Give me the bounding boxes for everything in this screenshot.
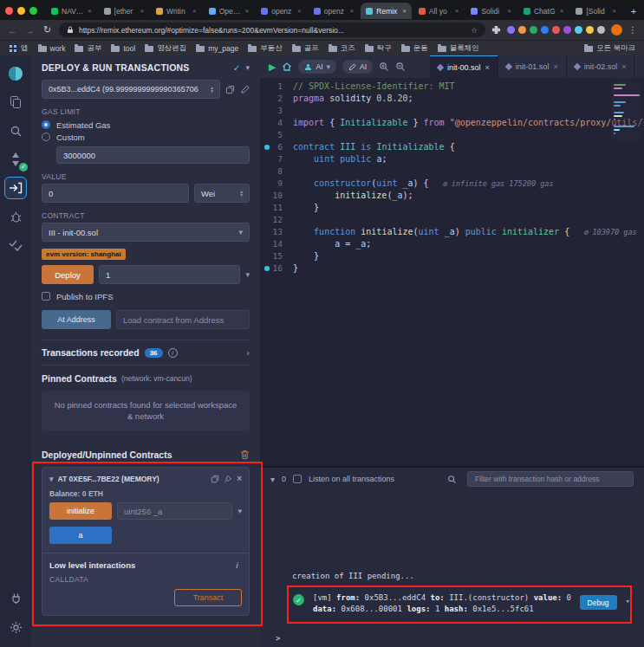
close-tab-icon[interactable]: × <box>140 7 144 15</box>
search-icon[interactable] <box>4 120 27 142</box>
window-controls[interactable] <box>5 7 37 15</box>
close-tab-icon[interactable]: × <box>245 7 250 15</box>
editor-decoration-dot[interactable] <box>264 145 270 150</box>
initialize-button[interactable]: initialize <box>49 502 112 520</box>
ai-edit-toggle[interactable]: AI <box>342 60 373 74</box>
deploy-arg-input[interactable] <box>99 265 240 284</box>
publish-ipfs-option[interactable]: Publish to IPFS <box>42 290 250 302</box>
deploy-run-icon[interactable] <box>4 177 27 199</box>
close-tab-icon[interactable]: × <box>192 7 197 15</box>
minimap[interactable] <box>612 81 641 140</box>
unit-testing-icon[interactable] <box>4 234 27 256</box>
collapse-contract-icon[interactable]: ▾ <box>49 475 54 483</box>
file-explorer-icon[interactable] <box>4 91 27 113</box>
value-unit-select[interactable]: Wei ▴▾ <box>194 184 250 203</box>
back-icon[interactable]: ← <box>7 25 18 36</box>
terminal-log[interactable]: creation of III pending... ✓ [vm] from: … <box>260 490 644 647</box>
extension-icon[interactable] <box>541 26 549 34</box>
extension-icon[interactable] <box>575 26 582 34</box>
value-input[interactable] <box>42 184 189 203</box>
close-tab-icon[interactable]: × <box>507 7 511 15</box>
deploy-expand-icon[interactable]: ▾ <box>245 270 250 279</box>
bookmark-item[interactable]: 골프 <box>292 43 319 54</box>
transactions-recorded-row[interactable]: Transactions recorded 36 i › <box>42 340 250 365</box>
extension-icon[interactable] <box>530 26 537 34</box>
account-select[interactable]: 0x5B3...eddC4 (99.9999999999990365706 ▴▾ <box>42 80 220 99</box>
bookmark-item[interactable]: tool <box>111 44 135 53</box>
copy-account-icon[interactable] <box>225 85 235 94</box>
listen-all-checkbox[interactable] <box>293 475 302 483</box>
debugger-icon[interactable] <box>4 205 27 228</box>
transact-button[interactable]: Transact <box>174 589 242 606</box>
run-script-icon[interactable]: ▶ <box>269 61 276 73</box>
code-editor[interactable]: 1// SPDX-License-Identifier: MIT2pragma … <box>260 78 644 466</box>
close-tab-icon[interactable]: × <box>485 63 490 72</box>
expand-transactions-icon[interactable]: › <box>246 347 250 358</box>
bookmark-item[interactable]: 운동 <box>401 43 428 54</box>
traffic-light[interactable] <box>29 7 37 15</box>
editor-tab[interactable]: init-00.sol× <box>430 55 498 78</box>
account-stepper[interactable]: ▴▾ <box>211 86 213 93</box>
expand-tx-icon[interactable]: ▾ <box>626 597 630 605</box>
edit-account-icon[interactable] <box>240 85 250 94</box>
ipfs-checkbox[interactable] <box>42 292 50 301</box>
estimated-gas-option[interactable]: Estimated Gas <box>42 119 250 131</box>
bookmark-item[interactable]: 앱 <box>9 43 29 54</box>
solidity-compiler-icon[interactable]: ✓ <box>4 148 27 171</box>
new-tab-button[interactable]: + <box>627 4 641 18</box>
editor-tab[interactable]: init-01.sol× <box>498 55 567 78</box>
close-tab-icon[interactable]: × <box>297 7 302 15</box>
initialize-arg-input[interactable] <box>117 502 232 520</box>
extensions-puzzle-icon[interactable] <box>491 25 501 35</box>
editor-decoration-dot[interactable] <box>264 266 270 271</box>
bookmark-item[interactable]: 부동산 <box>248 43 283 54</box>
browser-tab[interactable]: Solidi× <box>465 3 517 19</box>
bookmark-star-icon[interactable]: ☆ <box>471 26 478 35</box>
editor-tab[interactable]: init-02.sol× <box>567 55 635 78</box>
panel-caret-icon[interactable]: ▾ <box>245 63 250 72</box>
bookmark-item[interactable]: my_page <box>196 44 238 53</box>
close-tab-icon[interactable]: × <box>350 7 355 15</box>
browser-tab[interactable]: openz× <box>256 3 307 19</box>
pin-contract-icon[interactable] <box>224 475 232 483</box>
settings-icon[interactable] <box>4 616 27 638</box>
extension-icon[interactable] <box>563 26 571 34</box>
bookmark-item[interactable]: 공부 <box>75 43 101 54</box>
copy-address-icon[interactable] <box>211 475 219 483</box>
reload-icon[interactable]: ↻ <box>42 24 53 36</box>
extension-icon[interactable] <box>552 26 560 34</box>
bookmark-item[interactable]: work <box>38 44 66 53</box>
at-address-button[interactable]: At Address <box>42 310 111 329</box>
bookmark-item[interactable]: 코즈 <box>329 43 355 54</box>
plugin-manager-icon[interactable] <box>4 586 27 609</box>
clear-deployed-trash-icon[interactable] <box>240 450 250 460</box>
close-tab-icon[interactable]: × <box>455 7 459 15</box>
deploy-button[interactable]: Deploy <box>42 265 94 284</box>
home-icon[interactable] <box>282 61 292 72</box>
close-tab-icon[interactable]: × <box>560 7 564 15</box>
browser-menu-icon[interactable]: ⋮ <box>628 25 637 35</box>
remove-contract-icon[interactable]: × <box>237 474 242 483</box>
browser-tab[interactable]: [ether× <box>99 3 150 19</box>
browser-tab[interactable]: All yo× <box>413 3 465 19</box>
bookmark-item[interactable]: 영상편집 <box>145 43 186 54</box>
terminal-filter-input[interactable] <box>467 471 634 487</box>
all-bookmarks[interactable]: 모든 북마크 <box>584 43 635 54</box>
browser-tab[interactable]: Open a× <box>204 3 255 19</box>
zoom-out-icon[interactable] <box>395 61 406 72</box>
close-tab-icon[interactable]: × <box>621 62 626 71</box>
browser-tab[interactable]: [Solid× <box>570 3 621 19</box>
traffic-light[interactable] <box>17 7 25 15</box>
contract-select[interactable]: III - init-00.sol ▾ <box>42 223 250 242</box>
bookmark-item[interactable]: 탁구 <box>365 43 392 54</box>
browser-tab[interactable]: Remix× <box>361 3 412 19</box>
extension-icon[interactable] <box>507 26 515 34</box>
profile-avatar[interactable] <box>611 24 622 36</box>
browser-tab[interactable]: ChatG× <box>518 3 569 19</box>
ai-assistant-toggle[interactable]: AI ▾ <box>298 60 336 74</box>
address-bar[interactable]: https://remix.ethereum.org/#optimize=fal… <box>59 23 485 37</box>
debug-button[interactable]: Debug <box>580 595 617 610</box>
initialize-expand-icon[interactable]: ▾ <box>237 507 242 515</box>
collapse-terminal-icon[interactable]: ▾ <box>270 475 275 484</box>
forward-icon[interactable]: → <box>24 25 36 36</box>
